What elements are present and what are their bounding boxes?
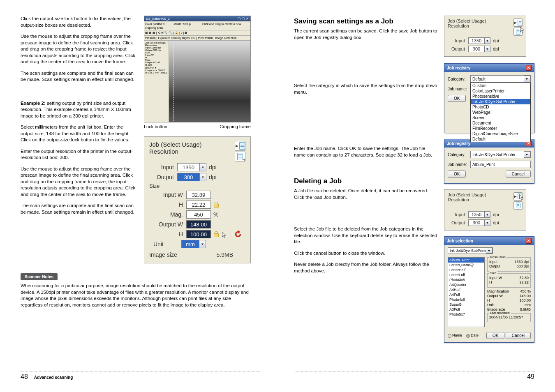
job-list-item[interactable]: SuperB [448,302,484,307]
dropdown-arrow[interactable]: ▼ [485,46,490,52]
job-list-item[interactable]: LetterQuarter [448,263,484,267]
job-listbox[interactable]: Album_PrintLetterQuarterLetterHalfLetter… [448,257,485,327]
category-option[interactable]: WebPage [471,110,530,115]
scanner-notes-tag: Scanner Notes [21,273,58,280]
lock-icon[interactable] [213,202,219,208]
document-icon [239,142,245,150]
reset-icon[interactable] [233,230,243,239]
input-w[interactable]: 32.89 [186,191,211,199]
jobname-label: Job name: [448,162,470,167]
job-list-item[interactable]: LetterHalf [448,267,484,272]
dropdown-arrow[interactable]: ▼ [524,151,530,158]
job-list-item[interactable]: LetterFull [448,272,484,277]
job-list-item[interactable]: Photo4x6 [448,297,484,302]
name-radio[interactable] [448,334,451,338]
size-label: Size [149,183,245,189]
job-list-item[interactable]: Album_Print [448,258,484,263]
category-select[interactable]: Ink-Jet&Dye-SubPrinter▼ [470,151,531,158]
load-job-button[interactable] [513,28,523,36]
dropdown-arrow[interactable]: ▼ [485,219,490,226]
job-list-item[interactable]: A4Half [448,287,484,292]
load-job-button[interactable] [513,201,523,210]
dropdown-arrow[interactable]: ▼ [200,163,206,171]
dropdown-arrow[interactable]: ▼ [486,248,493,254]
lock-caption: Lock button [144,124,167,129]
dropdown-arrow[interactable]: ▼ [524,76,530,82]
lock-icon[interactable] [213,231,219,237]
category-option[interactable]: Document [471,120,530,126]
ok-button[interactable]: OK [448,95,466,102]
save-job-button[interactable]: ▶ [513,192,523,201]
output-label: Output [149,174,174,180]
category-select[interactable]: Ink-Jet&Dye-SubPrinter▼ [448,247,493,254]
category-option[interactable]: Default [471,136,530,142]
job-list-item[interactable]: A4Quarter [448,282,484,287]
para: Enter the output resolution of the print… [21,148,136,161]
ok-button[interactable]: OK [486,332,504,339]
input-h[interactable]: 22.22 [186,201,211,209]
document-icon [516,29,520,35]
para: Use the mouse to adjust the cropping fra… [21,33,136,65]
category-option[interactable]: Custom [471,83,530,88]
output-h-label: H [149,231,183,238]
date-radio[interactable] [466,334,470,338]
para: The scan settings are complete and the f… [21,203,136,215]
input-resolution[interactable]: 1350 [177,163,200,171]
dpi-label: dpi [209,174,217,180]
lbl: Input W [489,276,502,280]
ok-button[interactable]: OK [448,171,466,178]
image-size-label: Image size [149,251,177,258]
dropdown-arrow[interactable]: ▼ [485,211,490,218]
job-title: Job (Select Usage) [448,192,486,197]
job-list-item[interactable]: A3Full [448,307,484,312]
document-icon [516,203,520,208]
para: Use the mouse to adjust the cropping fra… [21,166,136,198]
close-icon[interactable]: ✕ [526,238,532,244]
output-resolution[interactable]: 300 [468,46,485,52]
category-select[interactable]: Default▼ [470,75,531,83]
load-job-button[interactable]: ▼ [235,152,245,161]
category-option[interactable]: FilmRecorder [471,126,530,131]
input-label: Input [448,38,465,43]
category-option[interactable]: DigitalCameraImageSize [471,131,530,136]
input-resolution[interactable]: 1350 [468,211,485,218]
save-job-button[interactable]: ▶ [235,141,245,151]
category-option[interactable]: ColorLaserPrinter [471,88,530,94]
output-w-label: Output W [149,221,183,228]
output-resolution[interactable]: 300 [177,173,200,181]
dropdown-arrow[interactable]: ▼ [199,240,206,248]
dropdown-arrow[interactable]: ▼ [200,173,206,181]
category-options[interactable]: CustomColorLaserPrinterPhotosensitiveInk… [470,83,531,142]
job-list-item[interactable]: Photo5x7 [448,312,484,317]
scanner-notes-text: When scanning for a particular purpose, … [21,283,251,308]
job-panel-small-2: Job (Select Usage) Resolution ▶ [444,189,526,231]
job-list-item[interactable]: Photo3x5 [448,277,484,282]
unit-select[interactable]: mm [181,240,199,248]
group-label: Size [489,271,497,275]
job-panel-small: Job (Select Usage) Resolution ▶ [444,16,526,57]
magnification[interactable]: 450 [186,210,211,219]
category-option[interactable]: PhotoCD [471,104,530,110]
job-title: Job (Select Usage) [149,141,202,148]
res-label: Resolution [448,197,486,202]
category-option[interactable]: Photosensitive [471,94,530,99]
input-w-label: Input W [149,191,183,198]
job-list-item[interactable]: A4Full [448,292,484,297]
output-w[interactable]: 148.00 [186,220,211,228]
document-icon [518,20,522,25]
cancel-button[interactable]: Cancel [506,171,531,178]
save-job-button[interactable]: ▶ [513,18,523,27]
category-option[interactable]: Screen [471,115,530,120]
output-h[interactable]: 100.00 [186,230,211,238]
dpi-label: dpi [493,212,499,217]
output-resolution[interactable]: 300 [468,219,485,226]
input-label: Input [448,212,465,217]
input-resolution[interactable]: 1350 [468,37,485,44]
category-option[interactable]: Ink-Jet&Dye-SubPrinter [471,99,530,104]
jobname-input[interactable]: Album_Print [470,161,531,168]
scanner-window-screenshot: DS_Elite5400_2▢ ▢ ✕ Color positive ▾ Mas… [144,16,251,122]
cancel-button[interactable]: Cancel [506,332,531,339]
dialog-title: Job registry [447,141,470,146]
close-icon[interactable]: ✕ [526,65,532,71]
dropdown-arrow[interactable]: ▼ [485,37,490,44]
